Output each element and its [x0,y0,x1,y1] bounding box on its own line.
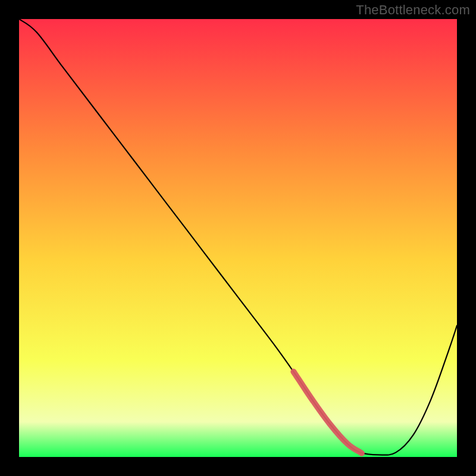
watermark-text: TheBottleneck.com [356,2,470,18]
bottleneck-chart [19,19,457,457]
chart-frame: TheBottleneck.com [0,0,476,476]
svg-rect-0 [19,19,457,457]
